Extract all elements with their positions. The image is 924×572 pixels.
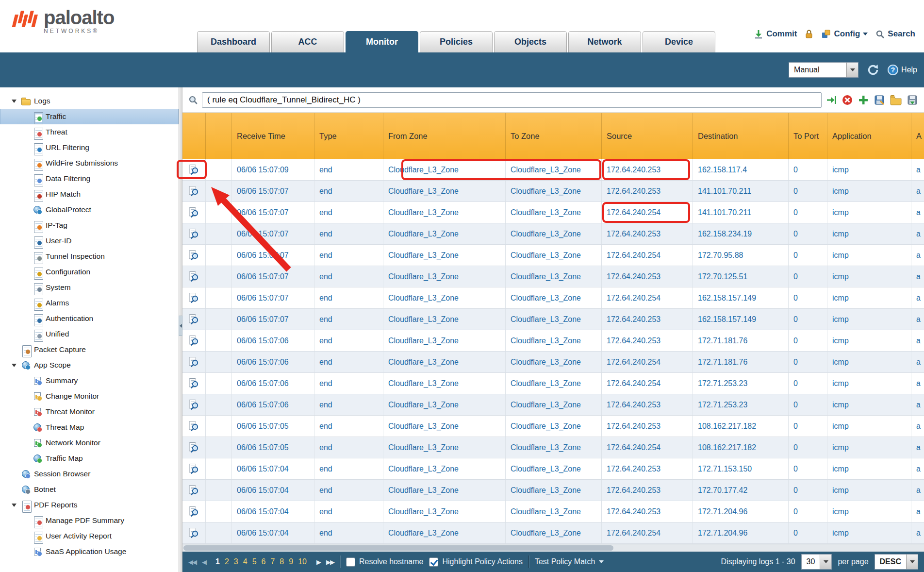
page-number-2[interactable]: 2: [223, 557, 231, 566]
log-detail-magnifier-icon[interactable]: [188, 399, 199, 410]
sidebar-item-data-filtering[interactable]: Data Filtering: [0, 171, 179, 186]
tab-dashboard[interactable]: Dashboard: [197, 31, 270, 52]
sidebar-item-pdf-reports[interactable]: PDF Reports: [0, 497, 179, 513]
log-row[interactable]: 06/06 15:07:07 end Cloudflare_L3_Zone Cl…: [182, 266, 924, 287]
log-detail-cell[interactable]: [182, 309, 206, 330]
log-detail-magnifier-icon[interactable]: [188, 335, 199, 346]
log-detail-magnifier-icon[interactable]: [188, 506, 199, 517]
log-row[interactable]: 06/06 15:07:06 end Cloudflare_L3_Zone Cl…: [182, 330, 924, 352]
log-detail-magnifier-icon[interactable]: [188, 421, 199, 432]
sidebar-item-threat-map[interactable]: Threat Map: [0, 420, 179, 435]
sidebar-item-summary[interactable]: Summary: [0, 373, 179, 388]
first-page-button[interactable]: ◀◀: [188, 558, 196, 566]
sidebar-item-botnet[interactable]: Botnet: [0, 482, 179, 497]
log-detail-magnifier-icon[interactable]: [188, 228, 199, 239]
refresh-button[interactable]: [866, 63, 880, 77]
page-number-5[interactable]: 5: [250, 557, 259, 566]
sidebar-item-alarms[interactable]: Alarms: [0, 295, 179, 311]
sidebar-item-app-scope[interactable]: App Scope: [0, 357, 179, 373]
config-menu-button[interactable]: Config: [821, 29, 868, 39]
log-row[interactable]: 06/06 15:07:05 end Cloudflare_L3_Zone Cl…: [182, 437, 924, 458]
sidebar-item-network-monitor[interactable]: Network Monitor: [0, 435, 179, 451]
log-detail-cell[interactable]: [182, 202, 206, 223]
sidebar-item-manage-pdf-summary[interactable]: Manage PDF Summary: [0, 513, 179, 528]
tab-device[interactable]: Device: [643, 31, 715, 52]
log-detail-cell[interactable]: [182, 330, 206, 351]
sidebar-item-tunnel-inspection[interactable]: Tunnel Inspection: [0, 249, 179, 264]
sidebar-item-saas-application-usage[interactable]: SaaS Application Usage: [0, 544, 179, 559]
log-detail-magnifier-icon[interactable]: [188, 207, 199, 218]
clear-filter-icon[interactable]: [842, 94, 853, 106]
log-detail-magnifier-icon[interactable]: [188, 250, 199, 261]
last-page-button[interactable]: ▶▶: [326, 558, 334, 566]
expand-arrow-icon[interactable]: [12, 504, 21, 507]
log-row[interactable]: 06/06 15:07:06 end Cloudflare_L3_Zone Cl…: [182, 373, 924, 394]
sidebar-item-url-filtering[interactable]: URL Filtering: [0, 140, 179, 155]
sidebar-item-system[interactable]: System: [0, 280, 179, 295]
test-policy-match-button[interactable]: Test Policy Match: [535, 557, 604, 566]
sidebar-item-traffic-map[interactable]: Traffic Map: [0, 451, 179, 466]
column-header-to-port[interactable]: To Port: [789, 113, 827, 159]
sidebar-item-wildfire-submissions[interactable]: WildFire Submissions: [0, 155, 179, 171]
horizontal-scrollbar-thumb[interactable]: [183, 545, 613, 551]
log-detail-cell[interactable]: [182, 522, 206, 543]
tab-acc[interactable]: ACC: [271, 31, 344, 52]
log-detail-cell[interactable]: [182, 181, 206, 202]
page-number-10[interactable]: 10: [296, 557, 309, 566]
column-header-receive-time[interactable]: Receive Time: [232, 113, 314, 159]
log-row[interactable]: 06/06 15:07:04 end Cloudflare_L3_Zone Cl…: [182, 480, 924, 501]
sidebar-item-authentication[interactable]: Authentication: [0, 311, 179, 326]
sort-order-select[interactable]: DESC: [874, 554, 918, 570]
sidebar-item-logs[interactable]: Logs: [0, 93, 179, 109]
log-row[interactable]: 06/06 15:07:07 end Cloudflare_L3_Zone Cl…: [182, 309, 924, 330]
log-detail-magnifier-icon[interactable]: [188, 485, 199, 496]
log-detail-cell[interactable]: [182, 416, 206, 437]
expand-arrow-icon[interactable]: [12, 364, 21, 367]
apply-filter-icon[interactable]: [825, 94, 837, 106]
sidebar-item-session-browser[interactable]: Session Browser: [0, 466, 179, 482]
log-detail-cell[interactable]: [182, 287, 206, 308]
next-page-button[interactable]: ▶: [316, 558, 320, 566]
collapse-sidebar-icon[interactable]: [179, 316, 182, 336]
help-link[interactable]: ? Help: [888, 65, 917, 75]
log-detail-cell[interactable]: [182, 394, 206, 415]
log-detail-magnifier-icon[interactable]: [188, 378, 199, 389]
tab-monitor[interactable]: Monitor: [346, 31, 418, 52]
log-row[interactable]: 06/06 15:07:06 end Cloudflare_L3_Zone Cl…: [182, 352, 924, 373]
refresh-mode-select[interactable]: Manual: [789, 62, 858, 78]
log-detail-cell[interactable]: [182, 458, 206, 479]
log-detail-cell[interactable]: [182, 501, 206, 522]
log-row[interactable]: 06/06 15:07:09 end Cloudflare_L3_Zone Cl…: [182, 159, 924, 181]
page-number-4[interactable]: 4: [241, 557, 249, 566]
sidebar-item-globalprotect[interactable]: GlobalProtect: [0, 202, 179, 218]
add-filter-icon[interactable]: [858, 94, 869, 106]
column-header-from-zone[interactable]: From Zone: [383, 113, 506, 159]
sidebar-splitter[interactable]: [179, 87, 182, 572]
sidebar-item-packet-capture[interactable]: Packet Capture: [0, 342, 179, 357]
save-filter-icon[interactable]: [874, 94, 885, 106]
page-number-3[interactable]: 3: [232, 557, 240, 566]
sidebar-item-ip-tag[interactable]: IP-Tag: [0, 218, 179, 233]
page-number-8[interactable]: 8: [278, 557, 286, 566]
sort-order-dropdown-button[interactable]: [906, 555, 918, 569]
log-detail-magnifier-icon[interactable]: [188, 185, 199, 197]
log-detail-cell[interactable]: [182, 352, 206, 372]
tab-network[interactable]: Network: [568, 31, 641, 52]
resolve-hostname-checkbox-box[interactable]: [346, 557, 355, 567]
log-row[interactable]: 06/06 15:07:04 end Cloudflare_L3_Zone Cl…: [182, 522, 924, 544]
horizontal-scrollbar[interactable]: [182, 544, 924, 552]
log-detail-magnifier-icon[interactable]: [188, 314, 199, 325]
log-row[interactable]: 06/06 15:07:07 end Cloudflare_L3_Zone Cl…: [182, 202, 924, 223]
column-header-a[interactable]: A: [911, 113, 924, 159]
column-header-destination[interactable]: Destination: [693, 113, 789, 159]
page-number-9[interactable]: 9: [287, 557, 295, 566]
highlight-policy-actions-checkbox-box[interactable]: [429, 557, 438, 567]
log-row[interactable]: 06/06 15:07:04 end Cloudflare_L3_Zone Cl…: [182, 458, 924, 480]
log-detail-cell[interactable]: [182, 437, 206, 458]
log-detail-magnifier-icon[interactable]: [188, 527, 199, 538]
column-header-to-zone[interactable]: To Zone: [506, 113, 602, 159]
log-detail-cell[interactable]: [182, 223, 206, 244]
log-row[interactable]: 06/06 15:07:05 end Cloudflare_L3_Zone Cl…: [182, 416, 924, 437]
log-detail-magnifier-icon[interactable]: [188, 271, 199, 282]
log-row[interactable]: 06/06 15:07:06 end Cloudflare_L3_Zone Cl…: [182, 394, 924, 416]
